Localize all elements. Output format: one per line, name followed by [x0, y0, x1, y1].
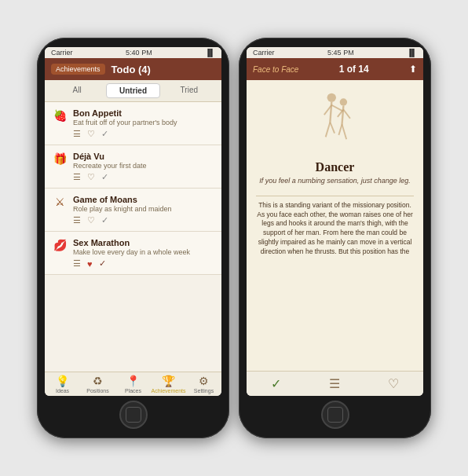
- status-bar-left: Carrier 5:40 PM ▐▌: [45, 47, 221, 58]
- left-screen: Carrier 5:40 PM ▐▌ Achievements Todo (4)…: [45, 47, 221, 396]
- check-icon-sex-marathon[interactable]: ✓: [99, 258, 106, 269]
- carrier-left: Carrier: [51, 49, 73, 57]
- time-right: 5:45 PM: [327, 49, 354, 57]
- list-icon-game-of-moans[interactable]: ☰: [73, 215, 81, 225]
- heart-icon-game-of-moans[interactable]: ♡: [87, 215, 95, 225]
- phones-container: Carrier 5:40 PM ▐▌ Achievements Todo (4)…: [37, 38, 431, 438]
- svg-line-5: [331, 104, 342, 111]
- back-button[interactable]: Achievements: [51, 64, 105, 75]
- item-desc-game-of-moans: Role play as knight and maiden: [73, 205, 214, 213]
- section-name: Face to Face: [253, 65, 298, 74]
- svg-point-6: [339, 98, 346, 105]
- card-header: Face to Face 1 of 14 ⬆: [247, 58, 423, 80]
- list-item: 💋 Sex Marathon Make love every day in a …: [45, 232, 221, 275]
- nav-places-label: Places: [125, 388, 141, 394]
- status-bar-right: Carrier 5:45 PM ▐▌: [247, 47, 423, 58]
- svg-line-2: [325, 122, 330, 137]
- check-icon-game-of-moans[interactable]: ✓: [101, 215, 108, 225]
- item-icon-game-of-moans: ⚔: [53, 196, 67, 208]
- items-list: 🍓 Bon Appetit Eat fruit off of your part…: [45, 102, 221, 372]
- todo-title: Todo (4): [112, 64, 151, 75]
- tab-untried[interactable]: Untried: [106, 83, 159, 98]
- nav-ideas-label: Ideas: [56, 388, 69, 394]
- nav-positions[interactable]: ♻ Positions: [80, 375, 115, 394]
- home-inner-right: [327, 407, 343, 423]
- card-check-button[interactable]: ✓: [271, 376, 281, 391]
- svg-line-7: [342, 105, 343, 124]
- home-inner-left: [126, 407, 141, 423]
- item-icon-bon-appetit: 🍓: [53, 109, 67, 122]
- nav-places[interactable]: 📍 Places: [115, 375, 151, 394]
- home-button-left[interactable]: [119, 401, 148, 429]
- nav-achievements-label: Achievements: [152, 388, 186, 394]
- carrier-right: Carrier: [253, 49, 275, 57]
- ideas-icon: 💡: [56, 375, 69, 387]
- svg-point-0: [327, 93, 335, 101]
- right-phone: Carrier 5:45 PM ▐▌ Face to Face 1 of 14 …: [239, 38, 431, 438]
- item-desc-bon-appetit: Eat fruit off of your partner's body: [73, 119, 214, 126]
- heart-icon-bon-appetit[interactable]: ♡: [87, 129, 95, 139]
- nav-settings[interactable]: ⚙ Settings: [186, 375, 221, 394]
- heart-icon-deja-vu[interactable]: ♡: [87, 172, 95, 182]
- list-icon-sex-marathon[interactable]: ☰: [73, 258, 81, 269]
- settings-icon: ⚙: [199, 375, 209, 387]
- svg-line-8: [342, 124, 346, 139]
- card-actions: ✓ ☰ ♡: [247, 371, 423, 396]
- list-icon-deja-vu[interactable]: ☰: [73, 172, 81, 182]
- card-subtitle: If you feel a numbing sensation, just ch…: [259, 177, 411, 186]
- nav-positions-label: Positions: [86, 388, 108, 394]
- heart-icon-sex-marathon[interactable]: ♥: [87, 259, 93, 269]
- battery-left: ▐▌: [205, 49, 215, 57]
- nav-settings-label: Settings: [194, 388, 214, 394]
- left-phone: Carrier 5:40 PM ▐▌ Achievements Todo (4)…: [37, 38, 229, 438]
- achievements-icon: 🏆: [162, 375, 175, 387]
- card-counter: 1 of 14: [339, 64, 369, 75]
- svg-line-10: [343, 109, 350, 118]
- card-description: This is a standing variant of the missio…: [256, 201, 414, 257]
- time-left: 5:40 PM: [126, 49, 152, 57]
- home-button-right[interactable]: [321, 401, 349, 429]
- list-icon-bon-appetit[interactable]: ☰: [73, 129, 81, 139]
- bottom-nav: 💡 Ideas ♻ Positions 📍 Places 🏆 Achieveme…: [45, 372, 221, 396]
- card-list-button[interactable]: ☰: [329, 376, 340, 391]
- tab-all[interactable]: All: [51, 83, 103, 98]
- item-icon-deja-vu: 🎁: [53, 152, 67, 165]
- list-item: ⚔ Game of Moans Role play as knight and …: [45, 189, 221, 232]
- item-icon-sex-marathon: 💋: [53, 239, 67, 251]
- nav-ideas[interactable]: 💡 Ideas: [45, 375, 80, 394]
- tabs-bar: All Untried Tried: [45, 80, 221, 102]
- item-title-sex-marathon: Sex Marathon: [73, 238, 214, 247]
- card-body: Dancer If you feel a numbing sensation, …: [247, 80, 423, 371]
- nav-achievements[interactable]: 🏆 Achievements: [151, 375, 186, 394]
- item-title-game-of-moans: Game of Moans: [73, 195, 214, 204]
- positions-icon: ♻: [93, 375, 103, 387]
- item-desc-deja-vu: Recreate your first date: [73, 162, 214, 170]
- right-screen: Carrier 5:45 PM ▐▌ Face to Face 1 of 14 …: [247, 47, 423, 396]
- card-illustration: [304, 86, 367, 157]
- tab-tried[interactable]: Tried: [163, 83, 215, 98]
- card-heart-button[interactable]: ♡: [388, 376, 399, 391]
- card-divider: [256, 196, 414, 196]
- svg-line-3: [330, 122, 335, 133]
- item-desc-sex-marathon: Make love every day in a whole week: [73, 248, 214, 256]
- check-icon-deja-vu[interactable]: ✓: [101, 172, 108, 182]
- item-title-bon-appetit: Bon Appetit: [73, 108, 214, 118]
- battery-right: ▐▌: [407, 49, 417, 57]
- check-icon-bon-appetit[interactable]: ✓: [101, 129, 108, 139]
- share-icon[interactable]: ⬆: [409, 64, 417, 75]
- places-icon: 📍: [126, 375, 140, 387]
- list-item: 🎁 Déjà Vu Recreate your first date ☰ ♡ ✓: [45, 145, 221, 189]
- item-title-deja-vu: Déjà Vu: [73, 152, 214, 161]
- todo-header: Achievements Todo (4): [45, 58, 221, 80]
- list-item: 🍓 Bon Appetit Eat fruit off of your part…: [45, 102, 221, 145]
- card-name: Dancer: [316, 160, 355, 174]
